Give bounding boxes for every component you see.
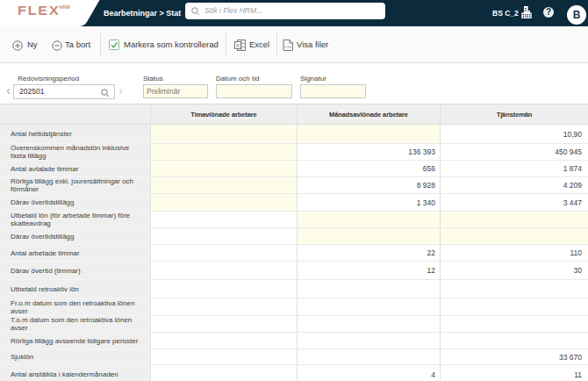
svg-text:LOG: LOG: [284, 45, 291, 49]
svg-text:x: x: [236, 42, 240, 48]
